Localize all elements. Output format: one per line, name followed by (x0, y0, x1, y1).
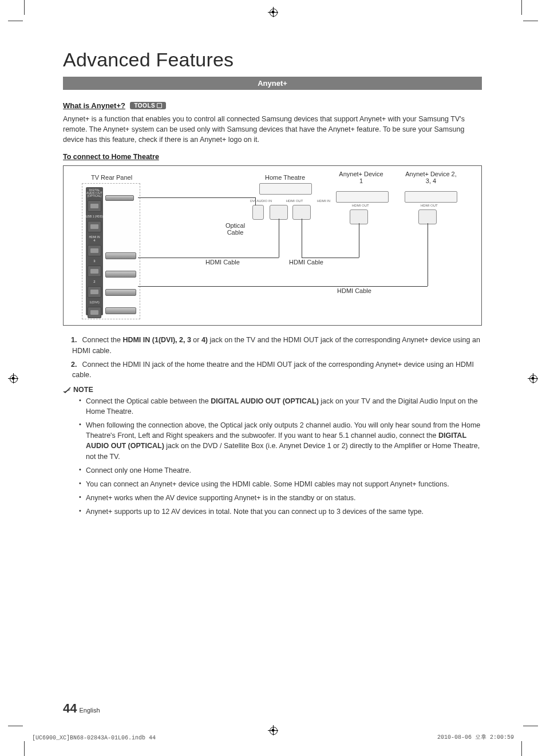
footer-file-left: [UC6900_XC]BN68-02843A-01L06.indb 44 (32, 735, 156, 741)
conn-optical (105, 195, 134, 201)
dev1-port-hdmi-out (350, 209, 368, 224)
what-is-anynet-heading: What is Anynet+? (63, 101, 125, 110)
port-hdmi2 (88, 286, 101, 298)
step-1: 1. Connect the HDMI IN (1(DVI), 2, 3 or … (69, 335, 482, 355)
dev234-port-hdmi-out (418, 209, 437, 224)
note-1-pre: Connect the Optical cable between the (86, 397, 211, 405)
port-hdmi4 (88, 245, 101, 256)
label-anynet-device-1: Anynet+ Device 1 (338, 171, 384, 184)
port-num-3: 3 (86, 259, 103, 263)
note-item-1: Connect the Optical cable between the DI… (79, 396, 482, 417)
port-label-usb: USB 1 (HDD) (86, 215, 103, 218)
label-hdmi-cable-2: HDMI Cable (289, 259, 323, 266)
label-anynet-device-234: Anynet+ Device 2, 3, 4 (403, 171, 458, 184)
step-1-bold: HDMI IN (1(DVI), 2, 3 (122, 336, 191, 344)
registration-mark-left (8, 373, 18, 383)
note-item-2: When following the connection above, the… (79, 420, 482, 462)
note-label: NOTE (73, 386, 93, 394)
wire-hdmi-tv-ht (138, 258, 279, 258)
ht-label-hdmi-in: HDMI IN (317, 199, 330, 203)
label-hdmi-cable-1: HDMI Cable (205, 259, 240, 266)
tv-port-column: DIGITAL AUDIO OUT (OPTICAL) USB 1 (HDD) … (86, 187, 103, 315)
registration-mark-top (268, 7, 278, 17)
note-item-3: Connect only one Home Theatre. (79, 465, 482, 476)
ht-port-hdmi-in (292, 205, 311, 220)
connect-heading: To connect to Home Theatre (63, 153, 482, 161)
wire-optical-v (255, 197, 256, 205)
note-item-6: Anynet+ supports up to 12 AV devices in … (79, 506, 482, 517)
ht-port-hdmi-out (270, 205, 288, 220)
registration-mark-right (528, 373, 538, 383)
page: Advanced Features Anynet+ What is Anynet… (0, 0, 546, 756)
note-1-bold: DIGITAL AUDIO OUT (OPTICAL) (211, 397, 319, 405)
step-2: 2. Connect the HDMI IN jack of the home … (69, 359, 482, 380)
wire-tv-dev234-v (428, 223, 428, 286)
conn-hdmi3 (105, 271, 136, 278)
tv-rear-panel-box: DIGITAL AUDIO OUT (OPTICAL) USB 1 (HDD) … (82, 183, 140, 319)
wire-tv-dev234 (138, 286, 428, 287)
dev1-label-hdmi-out: HDMI OUT (352, 204, 369, 207)
note-item-5: Anynet+ works when the AV device support… (79, 493, 482, 503)
note-heading: NOTE (63, 386, 482, 394)
port-num-4: 4 (86, 239, 103, 242)
port-label-digital-audio-out: DIGITAL AUDIO OUT (OPTICAL) (86, 187, 103, 197)
ht-label-hdmi-out: HDMI OUT (286, 199, 303, 203)
page-language: English (79, 707, 100, 714)
anynet-device-234-box (405, 191, 457, 203)
crop-mark (8, 726, 23, 726)
footer-file-right: 2010-08-06 오후 2:00:59 (437, 733, 514, 741)
step-1-bold2: 4) (201, 336, 208, 344)
steps-list: 1. Connect the HDMI IN (1(DVI), 2, 3 or … (63, 335, 482, 380)
section-banner: Anynet+ (63, 77, 482, 90)
wire-ht-dev1-v2 (359, 223, 359, 258)
label-tv-rear-panel: TV Rear Panel (91, 174, 132, 181)
anynet-device-1-box (336, 191, 389, 203)
port-usb (88, 221, 101, 232)
page-number: 44English (63, 701, 100, 716)
label-hdmi-cable-3: HDMI Cable (337, 287, 371, 294)
home-theatre-device (259, 183, 312, 195)
crop-mark (24, 741, 25, 756)
label-optical-cable: Optical Cable (218, 222, 252, 236)
step-1-pre: Connect the (82, 336, 122, 344)
ht-port-labels: DVI AUDIO IN HDMI OUT HDMI IN (250, 199, 330, 203)
port-num-1: 1(DVI) (86, 300, 103, 304)
what-is-anynet-row: What is Anynet+? TOOLS (63, 100, 482, 110)
crop-mark (8, 21, 23, 21)
label-home-theatre: Home Theatre (265, 174, 305, 181)
wire-optical (138, 197, 255, 198)
conn-hdmi4 (105, 252, 136, 259)
crop-mark (521, 741, 522, 756)
tools-badge: TOOLS (130, 102, 166, 109)
notes-list: Connect the Optical cable between the DI… (63, 396, 482, 517)
ht-port-optical (252, 205, 264, 220)
ht-label-dvi-audio: DVI AUDIO IN (250, 199, 272, 203)
port-hdmi1 (88, 307, 101, 318)
step-1-mid: or (191, 336, 201, 344)
crop-mark (24, 0, 25, 15)
note-2-pre: When following the connection above, the… (86, 421, 480, 440)
wire-hdmi-tv-ht-v (279, 219, 279, 258)
conn-hdmi2 (105, 289, 136, 296)
registration-mark-bottom (268, 725, 278, 735)
dev234-label-hdmi-out: HDMI OUT (421, 204, 438, 207)
intro-paragraph: Anynet+ is a function that enables you t… (63, 114, 482, 145)
conn-hdmi1 (105, 307, 136, 314)
note-item-4: You can connect an Anynet+ device using … (79, 479, 482, 489)
page-title: Advanced Features (63, 49, 482, 71)
wire-ht-dev1 (302, 258, 359, 258)
wire-ht-dev1-v1 (302, 219, 302, 258)
step-2-text: Connect the HDMI IN jack of the home the… (72, 361, 474, 379)
port-optical (88, 200, 101, 212)
connection-diagram: TV Rear Panel Home Theatre Anynet+ Devic… (63, 165, 482, 326)
content-area: Advanced Features Anynet+ What is Anynet… (63, 49, 482, 520)
crop-mark (523, 726, 538, 726)
port-hdmi3 (88, 266, 101, 277)
crop-mark (521, 0, 522, 15)
port-num-2: 2 (86, 280, 103, 283)
note-icon (63, 386, 71, 393)
page-number-value: 44 (63, 701, 77, 715)
crop-mark (523, 21, 538, 21)
